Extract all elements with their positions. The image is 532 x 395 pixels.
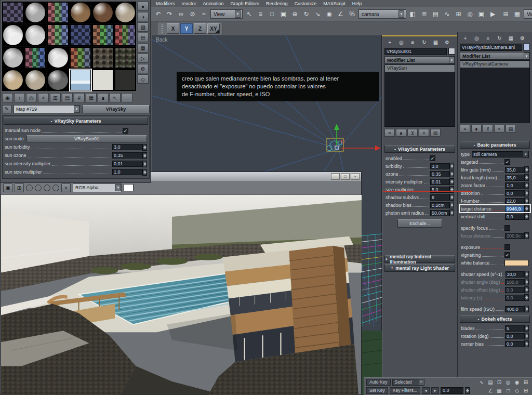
param-value-field[interactable]: 200,0c (505, 233, 524, 239)
object-color-chip[interactable] (523, 44, 530, 50)
modifier-stack[interactable]: VRayPhysicalCamera (460, 60, 530, 123)
spinner[interactable] (524, 182, 529, 189)
axis-x-button[interactable]: X (167, 23, 179, 34)
param-value-field[interactable]: 1,0 (505, 182, 524, 189)
spinner[interactable] (524, 286, 529, 293)
spinner[interactable] (142, 161, 147, 167)
material-slot[interactable] (70, 2, 91, 23)
key-filters-button[interactable]: Key Filters... (390, 387, 420, 394)
pin-stack-icon[interactable]: ≡ (460, 125, 470, 133)
param-value-field[interactable]: 0,0 (505, 295, 524, 301)
make-material-copy-icon[interactable]: ⊞ (50, 93, 61, 102)
named-selection-set-dropdown[interactable]: camara (358, 9, 406, 19)
dropdown-arrow-icon[interactable] (523, 151, 529, 158)
param-checkbox[interactable] (123, 128, 128, 134)
mini-curve-editor-icon[interactable]: ∿ (477, 378, 486, 386)
render-setup-icon[interactable]: ▣ (476, 8, 487, 20)
save-image-icon[interactable]: ▣ (3, 183, 12, 192)
menu-item[interactable]: Rendering (266, 1, 288, 6)
param-value-field[interactable]: 0,2cm (430, 202, 449, 208)
viewport-label[interactable]: Back (156, 37, 167, 43)
material-slot[interactable] (47, 47, 69, 69)
material-slot[interactable] (24, 24, 46, 46)
spinner[interactable] (524, 271, 529, 278)
param-checkbox[interactable] (504, 244, 510, 250)
param-value-field[interactable]: 5 (505, 325, 524, 332)
motion-tab-icon[interactable]: ↻ (419, 38, 430, 46)
param-checkbox[interactable] (430, 155, 435, 161)
spinner[interactable] (524, 279, 529, 285)
put-material-to-scene-icon[interactable]: ↑ (14, 93, 25, 102)
create-tab-icon[interactable]: + (460, 34, 471, 42)
utilities-tab-icon[interactable]: ⚙ (517, 34, 528, 42)
spinner[interactable] (524, 198, 529, 204)
rectangular-selection-region-icon[interactable]: □ (267, 8, 277, 20)
absolute-mode-icon[interactable]: ⊡ (495, 378, 503, 386)
material-slot[interactable] (47, 2, 69, 23)
red-channel-icon[interactable] (26, 185, 33, 191)
track-bar-icon[interactable]: ▤ (486, 378, 495, 386)
layer-manager-icon[interactable]: ▤ (430, 8, 441, 20)
reset-map-icon[interactable]: × (38, 93, 49, 102)
go-forward-to-sibling-icon[interactable]: → (122, 93, 132, 102)
param-value-field[interactable]: 30,0 (506, 271, 525, 278)
zoom-icon[interactable]: ◉ (513, 378, 521, 386)
maximize-viewport-toggle-icon[interactable]: ⊞ (522, 387, 530, 394)
maximize-button[interactable]: □ (341, 173, 350, 180)
blue-channel-icon[interactable] (44, 185, 50, 191)
spinner[interactable] (524, 232, 529, 239)
param-value-field[interactable]: 50,0cm (430, 210, 449, 216)
param-value-field[interactable]: 0,0 (505, 341, 524, 347)
monochrome-channel-icon[interactable] (52, 185, 59, 191)
spinner[interactable] (524, 190, 529, 196)
video-color-check-icon[interactable]: ▦ (137, 43, 149, 52)
menu-item[interactable]: Graph Editors (231, 1, 260, 6)
param-value-field[interactable]: 3,0 (430, 163, 449, 169)
spinner[interactable] (449, 170, 454, 177)
modify-tab-icon[interactable]: ◎ (471, 34, 482, 42)
rollout-header-vraysky-parameters[interactable]: - VRaySky Parameters (4, 117, 148, 125)
show-end-result-icon[interactable]: ∎ (396, 129, 406, 137)
spinner[interactable] (524, 166, 529, 173)
material-slot[interactable] (92, 69, 114, 91)
snap-toggle-icon[interactable]: ∠ (335, 8, 346, 20)
modifier-list-dropdown[interactable]: Modifier List (384, 56, 455, 64)
hierarchy-tab-icon[interactable]: ≡ (407, 38, 418, 46)
zoom-extents-icon[interactable]: □ (504, 387, 512, 394)
display-tab-icon[interactable]: ▦ (430, 38, 441, 46)
menu-item[interactable]: reactor (182, 1, 196, 6)
clear-image-icon[interactable]: × (61, 183, 71, 192)
material-slot[interactable] (114, 69, 136, 91)
rollout-header-bokeh-effects[interactable]: - Bokeh effects (460, 315, 530, 323)
create-tab-icon[interactable]: + (384, 38, 395, 46)
make-unique-icon[interactable]: ⊻ (483, 125, 493, 133)
material-slot[interactable] (2, 69, 24, 91)
pan-viewport-icon[interactable]: ◎ (504, 378, 512, 386)
menu-item[interactable]: Help (352, 1, 362, 6)
motion-tab-icon[interactable]: ↻ (494, 34, 505, 42)
rollout-header-vraysun-parameters[interactable]: - VRaySun Parameters (384, 145, 455, 153)
time-spinner[interactable] (465, 387, 470, 394)
param-value-field[interactable]: 0,0 (505, 287, 524, 293)
rendered-frame-window[interactable]: –□× ▣⊞ × RGB Alpha (0, 172, 362, 395)
show-end-result-icon[interactable]: ∎ (471, 125, 482, 133)
schematic-view-icon[interactable]: ⊞ (453, 8, 464, 20)
modifier-stack-item[interactable]: VRaySun (385, 65, 455, 72)
spinner[interactable] (524, 205, 529, 212)
rollout-header[interactable]: + mental ray Light Shader (384, 264, 455, 272)
configure-modifier-sets-icon[interactable]: ▤ (506, 125, 516, 133)
material-slot[interactable] (114, 2, 136, 23)
clone-window-icon[interactable]: ⊞ (15, 183, 24, 192)
unlink-selection-icon[interactable]: ⊘ (187, 8, 198, 20)
spinner[interactable] (524, 294, 529, 301)
remove-modifier-icon[interactable]: × (494, 125, 504, 133)
exclude-button[interactable]: Exclude... (397, 219, 442, 228)
material-slot[interactable] (70, 47, 91, 69)
param-value-field[interactable]: 35,0 (505, 167, 524, 173)
utilities-tab-icon[interactable]: ⚙ (442, 38, 453, 46)
menu-item[interactable]: MAXScript (323, 1, 345, 6)
field-of-view-icon[interactable]: ◇ (513, 387, 521, 394)
spinner[interactable] (449, 186, 454, 193)
redo-icon[interactable]: ↷ (164, 8, 175, 20)
spinner[interactable] (524, 333, 529, 339)
